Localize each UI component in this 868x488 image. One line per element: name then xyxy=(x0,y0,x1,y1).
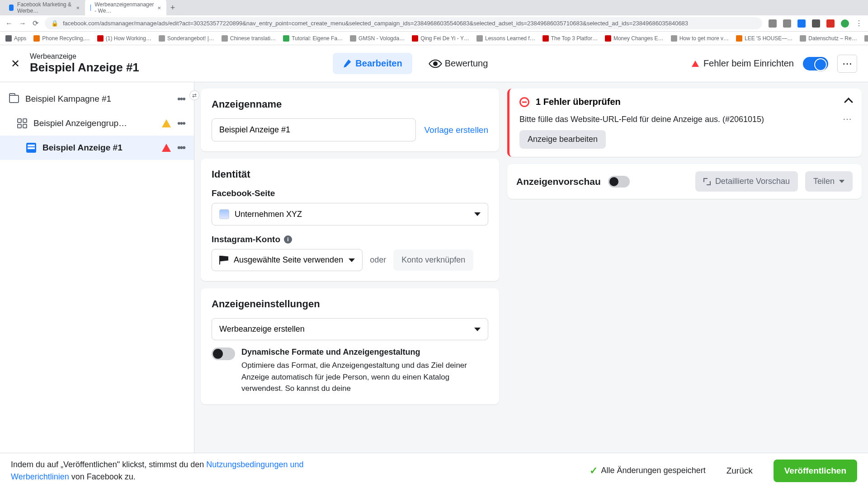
bookmark-item[interactable]: How to get more v… xyxy=(671,35,729,42)
page-title: Beispiel Anzeige #1 xyxy=(30,61,139,75)
bookmark-item[interactable]: (1) How Working… xyxy=(97,35,151,42)
bookmark-item[interactable]: Sonderangebot! |… xyxy=(159,35,214,42)
title-block: Werbeanzeige Beispiel Anzeige #1 xyxy=(30,52,139,75)
tree-label: Beispiel Kampagne #1 xyxy=(25,94,171,104)
link-account-button[interactable]: Konto verknüpfen xyxy=(393,249,473,271)
chevron-down-icon xyxy=(474,328,481,331)
more-icon[interactable]: ⋯ xyxy=(843,113,852,124)
bookmark-item[interactable]: The Top 3 Platfor… xyxy=(542,35,598,42)
setup-error-status: Fehler beim Einrichten xyxy=(692,58,794,69)
ig-account-dropdown[interactable]: Ausgewählte Seite verwenden xyxy=(212,249,363,271)
error-icon xyxy=(692,61,699,67)
more-icon[interactable]: ••• xyxy=(177,117,185,129)
adset-icon xyxy=(17,118,27,128)
tab-label: Bewertung xyxy=(445,58,488,69)
main-content: ⇄ Beispiel Kampagne #1 ••• Beispiel Anze… xyxy=(0,82,868,453)
bookmark-item[interactable]: LEE 'S HOUSE—… xyxy=(736,35,793,42)
save-label: Alle Änderungen gespeichert xyxy=(601,466,706,475)
fb-page-label: Facebook-Seite xyxy=(212,188,488,198)
browser-tab[interactable]: Facebook Marketing & Werbe… × xyxy=(4,0,85,17)
header-tabs: Bearbeiten Bewertung xyxy=(139,53,692,74)
tab-strip: Facebook Marketing & Werbe… × Werbeanzei… xyxy=(0,0,868,15)
identity-card: Identität Facebook-Seite Unternehmen XYZ… xyxy=(201,159,499,281)
preview-toggle[interactable] xyxy=(608,176,630,188)
bookmark-item[interactable]: Tutorial: Eigene Fa… xyxy=(283,35,343,42)
close-icon[interactable]: × xyxy=(76,5,80,11)
page-icon xyxy=(219,209,229,219)
section-heading: Anzeigenname xyxy=(212,99,488,110)
reload-icon[interactable]: ⟳ xyxy=(33,19,38,28)
tree-adset[interactable]: Beispiel Anzeigengrup… ••• xyxy=(0,111,194,136)
bookmark-item[interactable]: Datenschutz – Re… xyxy=(800,35,857,42)
more-icon[interactable]: ••• xyxy=(177,93,185,105)
dynamic-description: Optimiere das Format, die Anzeigengestal… xyxy=(241,360,488,394)
close-icon[interactable]: × xyxy=(157,5,161,11)
menu-icon[interactable]: ⋮ xyxy=(855,19,863,28)
extension-icon[interactable] xyxy=(797,19,806,28)
new-tab-button[interactable]: + xyxy=(166,3,179,13)
back-button[interactable]: Zurück xyxy=(716,460,764,482)
back-icon[interactable]: ← xyxy=(5,19,13,28)
bookmark-item[interactable]: Money Changes E… xyxy=(605,35,664,42)
tab-edit[interactable]: Bearbeiten xyxy=(333,53,412,74)
close-icon[interactable]: ✕ xyxy=(11,57,20,70)
create-template-link[interactable]: Vorlage erstellen xyxy=(424,125,488,135)
section-heading: Anzeigeneinstellungen xyxy=(212,298,488,310)
check-icon: ✓ xyxy=(590,465,598,477)
folder-icon xyxy=(9,95,19,103)
more-menu-button[interactable]: ⋯ xyxy=(837,55,857,73)
favicon-icon xyxy=(90,5,91,11)
preview-bar: Anzeigenvorschau Detaillierte Vorschau T… xyxy=(507,164,862,199)
error-message: Bitte fülle das Website-URL-Feld für dei… xyxy=(519,113,836,126)
button-label: Detaillierte Vorschau xyxy=(715,177,790,186)
tree-ad-selected[interactable]: Beispiel Anzeige #1 ••• xyxy=(0,136,194,160)
edit-ad-button[interactable]: Anzeige bearbeiten xyxy=(519,130,606,149)
status-toggle[interactable] xyxy=(803,57,828,70)
ig-label: Instagram-Konto i xyxy=(212,235,488,244)
bookmark-item[interactable]: Student Wants an… xyxy=(864,35,868,42)
tab-review[interactable]: Bewertung xyxy=(420,53,498,74)
bookmark-item[interactable]: Lessons Learned f… xyxy=(476,35,535,42)
save-status: ✓ Alle Änderungen gespeichert xyxy=(590,465,706,477)
share-button[interactable]: Teilen xyxy=(805,171,853,192)
extension-icon[interactable] xyxy=(783,19,791,28)
section-heading: Identität xyxy=(212,169,488,180)
ad-name-input[interactable] xyxy=(212,118,416,141)
browser-tab-active[interactable]: Werbeanzeigenmanager - We… × xyxy=(85,0,166,17)
error-icon xyxy=(162,144,171,152)
apps-button[interactable]: Apps xyxy=(5,35,26,42)
tree-campaign[interactable]: Beispiel Kampagne #1 ••• xyxy=(0,87,194,111)
eye-icon xyxy=(428,56,442,70)
bookmark-item[interactable]: Qing Fei De Yi - Y… xyxy=(412,35,469,42)
expand-icon xyxy=(703,178,711,185)
url-input[interactable]: 🔒 facebook.com/adsmanager/manage/ads/edi… xyxy=(45,17,762,29)
tab-title: Facebook Marketing & Werbe… xyxy=(17,1,72,14)
dynamic-formats-toggle[interactable] xyxy=(212,347,235,360)
bookmark-item[interactable]: Chinese translati… xyxy=(222,35,276,42)
extension-icon[interactable] xyxy=(769,19,777,28)
detailed-preview-button[interactable]: Detaillierte Vorschau xyxy=(695,171,798,192)
toolbar-icons: ⋮ xyxy=(769,19,863,28)
profile-icon[interactable] xyxy=(841,19,849,28)
bookmark-item[interactable]: GMSN - Vologda… xyxy=(350,35,405,42)
info-icon[interactable]: i xyxy=(284,235,292,244)
entity-type: Werbeanzeige xyxy=(30,52,139,61)
publish-button[interactable]: Veröffentlichen xyxy=(774,460,857,482)
extension-icon[interactable] xyxy=(826,19,835,28)
tree-label: Beispiel Anzeigengrup… xyxy=(33,118,156,128)
more-icon[interactable]: ••• xyxy=(177,142,185,154)
error-circle-icon xyxy=(519,97,529,107)
tab-title: Werbeanzeigenmanager - We… xyxy=(94,1,154,14)
chevron-up-icon[interactable] xyxy=(844,98,853,107)
extension-icon[interactable] xyxy=(812,19,820,28)
tab-label: Bearbeiten xyxy=(355,58,402,69)
bookmark-item[interactable]: Phone Recycling,… xyxy=(33,35,90,42)
fb-page-dropdown[interactable]: Unternehmen XYZ xyxy=(212,203,488,225)
ad-type-dropdown[interactable]: Werbeanzeige erstellen xyxy=(212,318,488,340)
warning-icon xyxy=(162,119,171,127)
dropdown-value: Werbeanzeige erstellen xyxy=(219,324,305,334)
error-label: Fehler beim Einrichten xyxy=(703,58,794,69)
forward-icon[interactable]: → xyxy=(19,19,26,28)
url-text: facebook.com/adsmanager/manage/ads/edit?… xyxy=(63,20,688,27)
dropdown-value: Ausgewählte Seite verwenden xyxy=(234,255,343,265)
